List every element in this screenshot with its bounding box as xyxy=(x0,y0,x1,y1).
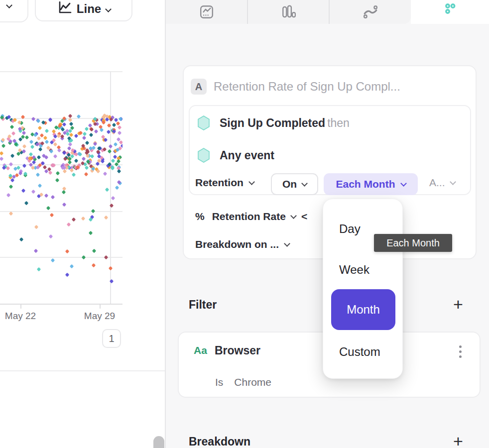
scrollbar-thumb[interactable] xyxy=(153,436,164,448)
actual-truncated-label: A... xyxy=(429,177,445,189)
chevron-down-icon xyxy=(301,180,308,187)
line-chart-icon xyxy=(57,0,72,15)
comparator-label: < xyxy=(301,211,307,223)
property-type-icon: Aa xyxy=(194,344,207,356)
filter-operator: Is xyxy=(215,376,223,388)
line-button-label: Line xyxy=(77,2,101,16)
retention-dropdown[interactable]: Retention xyxy=(195,177,254,189)
event-name: Sign Up Completed xyxy=(220,116,325,129)
breakdown-on-dropdown[interactable]: Breakdown on ... xyxy=(195,238,289,250)
filter-kebab-menu[interactable] xyxy=(459,345,462,358)
event-row-2[interactable]: Any event xyxy=(197,147,274,163)
tab-bar-chart[interactable] xyxy=(248,0,329,24)
interval-dropdown-button[interactable]: Each Month xyxy=(324,173,418,195)
chevron-down-icon xyxy=(105,6,112,12)
actual-dropdown[interactable]: A... xyxy=(429,177,455,189)
x-axis-label-may29: May 29 xyxy=(79,311,121,322)
add-breakdown-button[interactable]: + xyxy=(451,434,466,448)
filter-value: Chrome xyxy=(234,376,271,388)
tab-line-chart[interactable] xyxy=(166,0,247,24)
chevron-down-icon xyxy=(450,179,456,185)
tab-retention-selected[interactable] xyxy=(411,0,489,24)
bar-chart-icon xyxy=(281,4,296,19)
add-filter-button[interactable]: + xyxy=(451,297,466,312)
flow-icon xyxy=(363,4,378,20)
vertical-divider xyxy=(165,0,166,448)
chevron-down-icon xyxy=(6,2,12,8)
filter-heading: Filter xyxy=(189,298,217,312)
query-title[interactable]: Retention Rate of Sign Up Compl... xyxy=(214,80,400,94)
each-month-tooltip: Each Month xyxy=(374,234,452,252)
horizontal-divider xyxy=(0,370,165,371)
filter-condition[interactable]: Is Chrome xyxy=(215,376,271,388)
scatter-plot xyxy=(0,71,122,304)
menu-item-week[interactable]: Week xyxy=(339,263,369,277)
interval-dropdown-menu: Day Week Month Custom xyxy=(323,199,403,379)
chevron-down-icon xyxy=(400,180,407,187)
event-hexagon-icon xyxy=(197,147,211,163)
query-label-badge: A xyxy=(191,79,207,95)
menu-item-custom[interactable]: Custom xyxy=(339,345,380,359)
breakdown-heading: Breakdown xyxy=(189,435,250,448)
event-row-1[interactable]: Sign Up Completedthen xyxy=(197,115,350,131)
event-suffix: then xyxy=(327,116,350,129)
filter-property-label[interactable]: Browser xyxy=(215,344,260,357)
on-dropdown-button[interactable]: On xyxy=(271,173,318,195)
menu-item-day[interactable]: Day xyxy=(339,222,361,236)
cropped-dropdown-button[interactable] xyxy=(0,0,28,22)
chevron-down-icon xyxy=(290,213,297,219)
app-window: May 22 May 29 1 Line xyxy=(0,0,489,448)
on-label: On xyxy=(282,178,297,190)
interval-label: Each Month xyxy=(336,178,395,190)
x-axis-label-may22: May 22 xyxy=(0,311,41,322)
chart-type-line-button[interactable]: Line xyxy=(35,0,132,21)
event-name: Any event xyxy=(220,149,274,162)
metric-label: Retention Rate xyxy=(212,211,286,223)
percent-icon: % xyxy=(195,211,205,223)
tab-flow[interactable] xyxy=(330,0,411,24)
chevron-down-icon xyxy=(248,179,255,185)
event-hexagon-icon xyxy=(197,115,211,131)
breakdown-on-label: Breakdown on ... xyxy=(195,238,279,250)
retention-label: Retention xyxy=(195,177,244,189)
metric-dropdown[interactable]: % Retention Rate < xyxy=(195,211,307,223)
pagination-badge[interactable]: 1 xyxy=(102,329,121,348)
chevron-down-icon xyxy=(284,240,290,247)
retention-dots-icon xyxy=(443,1,458,16)
menu-item-month-selected[interactable]: Month xyxy=(331,289,395,330)
line-chart-panel-icon xyxy=(199,4,214,19)
